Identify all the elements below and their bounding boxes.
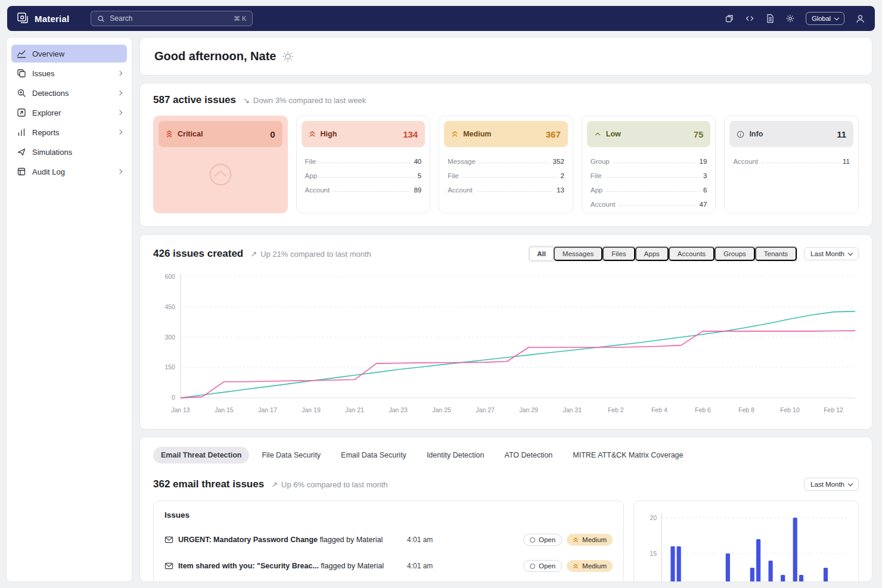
issue-row[interactable]: Item shared with you: "Security Breac...…	[164, 560, 613, 572]
issues-created-period-select[interactable]: Last Month	[804, 247, 859, 260]
severity-count: 0	[270, 129, 275, 139]
sidebar-item-issues[interactable]: Issues	[11, 64, 127, 82]
dotted-leader	[619, 206, 695, 206]
filter-tab-all[interactable]: All	[529, 247, 554, 261]
breakdown-label: Account	[733, 158, 758, 165]
status-badge-open[interactable]: Open	[523, 534, 562, 546]
svg-text:0: 0	[172, 394, 175, 401]
svg-text:Jan 17: Jan 17	[258, 407, 277, 413]
severity-grid: Critical 0 High 134 File40App5Account89 …	[153, 116, 859, 213]
severity-label: Medium	[463, 130, 491, 138]
filter-tab-files[interactable]: Files	[603, 247, 635, 261]
breakdown-label: File	[448, 172, 459, 179]
chevron-down-icon	[848, 250, 853, 255]
svg-text:Feb 8: Feb 8	[738, 407, 754, 413]
detection-tab-email-threat-detection[interactable]: Email Threat Detection	[153, 447, 249, 463]
detections-overview-card: Email Threat DetectionFile Data Security…	[139, 437, 872, 582]
extension-icon[interactable]	[725, 14, 734, 23]
global-scope-label: Global	[812, 15, 831, 22]
severity-breakdown-row: Account89	[305, 179, 422, 194]
greeting-card: Good afternoon, Nate	[139, 37, 872, 76]
breakdown-label: Account	[305, 186, 330, 194]
detection-category-tabs: Email Threat DetectionFile Data Security…	[153, 447, 859, 463]
active-issues-title: 587 active issues	[153, 94, 236, 106]
sidebar-item-simulations[interactable]: Simulations	[11, 143, 127, 161]
chevron-down-icon	[834, 15, 839, 20]
filter-tab-accounts[interactable]: Accounts	[669, 247, 715, 261]
filter-tab-apps[interactable]: Apps	[635, 247, 669, 261]
medium-chevrons-icon	[573, 537, 579, 543]
svg-text:Feb 12: Feb 12	[824, 407, 843, 413]
dotted-leader	[476, 191, 553, 192]
severity-card-critical[interactable]: Critical 0	[153, 116, 288, 213]
open-circle-icon	[530, 564, 535, 569]
breakdown-value: 3	[703, 172, 707, 179]
sun-icon	[282, 51, 294, 63]
severity-card-high[interactable]: High 134 File40App5Account89	[296, 116, 431, 213]
status-label: Open	[539, 562, 555, 570]
filter-tab-tenants[interactable]: Tenants	[755, 247, 797, 261]
breakdown-value: 2	[560, 172, 564, 179]
svg-text:Jan 25: Jan 25	[432, 407, 451, 413]
email-threats-period-select[interactable]: Last Month	[804, 478, 859, 491]
svg-text:20: 20	[650, 514, 657, 521]
svg-text:Feb 4: Feb 4	[651, 407, 667, 413]
sidebar-item-detections[interactable]: Detections	[11, 84, 127, 102]
brand-logo[interactable]: Material	[17, 12, 69, 25]
severity-card-medium[interactable]: Medium 367 Message352File2Account13	[439, 116, 573, 213]
severity-count: 75	[694, 129, 704, 139]
sidebar-item-audit-log[interactable]: Audit Log	[11, 163, 127, 181]
chevron-right-icon	[117, 169, 122, 174]
detection-tab-identity-detection[interactable]: Identity Detection	[419, 447, 492, 463]
filter-tab-messages[interactable]: Messages	[554, 247, 603, 261]
account-icon[interactable]	[855, 14, 865, 24]
chevron-right-icon	[117, 130, 122, 135]
breakdown-label: Message	[448, 158, 476, 165]
breakdown-value: 352	[553, 158, 564, 165]
status-label: Open	[539, 536, 555, 543]
search-input[interactable]: Search ⌘ K	[91, 11, 253, 26]
severity-badge-medium[interactable]: Medium	[567, 534, 613, 546]
sidebar-item-label: Issues	[32, 69, 55, 78]
brand-name: Material	[35, 14, 69, 24]
sidebar-item-explorer[interactable]: Explorer	[11, 104, 127, 122]
dotted-leader	[606, 191, 700, 192]
svg-text:450: 450	[164, 304, 175, 310]
greeting-text: Good afternoon, Nate	[154, 49, 276, 63]
simulations-icon	[17, 147, 26, 157]
search-placeholder: Search	[110, 14, 132, 23]
docs-icon[interactable]	[765, 14, 775, 23]
audit-icon	[17, 167, 26, 176]
detection-tab-email-data-security[interactable]: Email Data Security	[333, 447, 414, 463]
severity-label: Info	[749, 130, 763, 138]
detection-tab-file-data-security[interactable]: File Data Security	[254, 447, 328, 463]
breakdown-label: File	[591, 172, 602, 179]
breakdown-label: App	[305, 172, 317, 179]
status-badge-open[interactable]: Open	[523, 560, 562, 572]
severity-card-low[interactable]: Low 75 Group19File3App6Account47	[582, 116, 716, 213]
issue-row[interactable]: URGENT: Mandatory Password Change flagge…	[164, 534, 613, 546]
issues-created-card: 426 issues created ↗ Up 21% compared to …	[139, 234, 872, 430]
detection-tab-ato-detection[interactable]: ATO Detection	[496, 447, 560, 463]
topbar-actions: Global	[725, 12, 865, 25]
material-logo-icon	[17, 12, 30, 25]
sidebar-item-reports[interactable]: Reports	[11, 123, 127, 141]
severity-card-info[interactable]: Info 11 Account11	[724, 116, 859, 213]
issues-created-title: 426 issues created	[153, 248, 243, 260]
global-scope-dropdown[interactable]: Global	[806, 12, 844, 25]
issue-title: Item shared with you: "Security Breac...…	[178, 562, 393, 570]
breakdown-label: Account	[591, 201, 616, 208]
dotted-leader	[762, 163, 839, 163]
settings-gear-icon[interactable]	[785, 14, 795, 23]
svg-text:Jan 27: Jan 27	[476, 407, 495, 413]
severity-badge-medium[interactable]: Medium	[567, 560, 613, 572]
code-icon[interactable]	[745, 14, 754, 23]
severity-label: Low	[606, 130, 621, 138]
detection-tab-mitre-att-ck-matrix-coverage[interactable]: MITRE ATT&CK Matrix Coverage	[565, 447, 691, 463]
severity-breakdown: Message352File2Account13	[444, 147, 568, 194]
svg-text:150: 150	[164, 364, 175, 371]
severity-breakdown-row: File3	[591, 165, 707, 179]
filter-tab-groups[interactable]: Groups	[715, 247, 755, 261]
severity-breakdown: Group19File3App6Account47	[587, 147, 711, 208]
sidebar-item-overview[interactable]: Overview	[11, 45, 127, 63]
